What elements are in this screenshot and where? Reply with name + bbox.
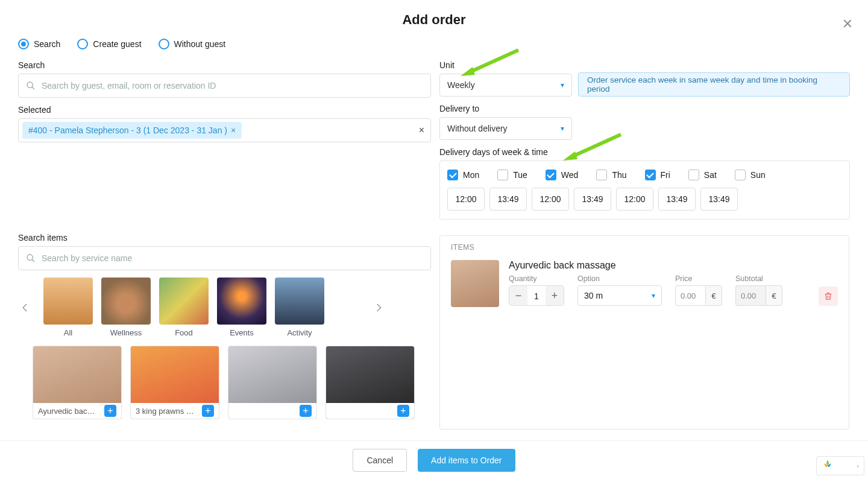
dow-label: Delivery days of week & time <box>439 147 850 157</box>
chip-remove-icon[interactable]: × <box>231 125 236 135</box>
category-thumb <box>217 278 266 325</box>
service-card[interactable]: 3 king prawns … + <box>130 346 219 419</box>
dow-day-label: Fri <box>661 170 670 180</box>
items-header: ITEMS <box>451 243 838 252</box>
qty-value: 1 <box>527 286 546 305</box>
line-item-title: Ayurvedic back massage <box>509 260 838 271</box>
guest-mode-radios: Search Create guest Without guest <box>18 39 850 49</box>
dow-mon[interactable]: Mon <box>447 170 479 180</box>
category-thumb <box>275 278 324 325</box>
dow-sun[interactable]: Sun <box>735 170 766 180</box>
option-label: Option <box>577 274 662 283</box>
add-service-icon[interactable]: + <box>104 405 116 417</box>
modal-title: Add order <box>18 12 850 28</box>
service-card[interactable]: + <box>326 346 415 419</box>
dow-day-label: Tue <box>513 170 527 180</box>
cancel-button[interactable]: Cancel <box>353 449 407 472</box>
time-slot[interactable]: 13:49 <box>574 188 611 211</box>
delivery-label: Delivery to <box>439 104 850 113</box>
add-service-icon[interactable]: + <box>300 405 312 417</box>
service-card[interactable]: + <box>228 346 317 419</box>
dow-wed[interactable]: Wed <box>546 170 579 180</box>
search-input[interactable] <box>19 81 430 90</box>
dow-days-row: Mon Tue Wed Thu Fri Sat Sun <box>447 170 842 180</box>
unit-select[interactable]: Weekly ▾ <box>439 74 572 97</box>
svg-point-2 <box>27 255 33 260</box>
add-service-icon[interactable]: + <box>397 405 409 417</box>
selected-label: Selected <box>18 105 431 115</box>
dow-sat[interactable]: Sat <box>688 170 717 180</box>
time-slot[interactable]: 12:00 <box>447 188 485 211</box>
carousel-next-icon[interactable] <box>371 296 386 320</box>
selected-chip: #400 - Pamela Stepherson - 3 (1 Dec 2023… <box>22 122 242 139</box>
close-icon[interactable] <box>841 18 854 30</box>
radio-icon <box>18 39 29 49</box>
radio-create-guest[interactable]: Create guest <box>77 39 141 49</box>
delivery-value: Without delivery <box>447 124 508 133</box>
add-items-button[interactable]: Add items to Order <box>418 449 515 472</box>
qty-minus-button[interactable]: − <box>509 286 527 305</box>
search-icon <box>26 81 36 90</box>
qty-plus-button[interactable]: + <box>546 286 564 305</box>
time-slot[interactable]: 12:00 <box>616 188 653 211</box>
line-item: Ayurvedic back massage Quantity − 1 + <box>451 260 838 307</box>
service-grid: Ayurvedic back … + 3 king prawns … + <box>33 346 431 419</box>
subtotal-field <box>735 285 766 306</box>
radio-search[interactable]: Search <box>18 39 60 49</box>
radio-icon <box>77 39 88 49</box>
line-item-thumb <box>451 260 499 307</box>
dow-day-label: Sat <box>704 170 717 180</box>
brand-logo-icon <box>822 458 834 474</box>
delivery-select[interactable]: Without delivery ▾ <box>439 117 572 140</box>
clear-all-icon[interactable]: × <box>419 125 424 136</box>
price-input-group[interactable]: € <box>675 285 722 306</box>
search-items-input-wrap[interactable] <box>18 246 431 270</box>
subtotal-label: Subtotal <box>735 274 782 283</box>
category-events[interactable]: Events <box>217 278 266 337</box>
items-panel: ITEMS Ayurvedic back massage Quantity − … <box>439 235 849 430</box>
option-select[interactable]: 30 m ▾ <box>577 285 662 306</box>
radio-label: Without guest <box>174 39 226 49</box>
dow-tue[interactable]: Tue <box>497 170 527 180</box>
dow-day-label: Wed <box>561 170 579 180</box>
dow-times-row: 12:00 13:49 12:00 13:49 12:00 13:49 13:4… <box>447 188 842 211</box>
brand-widget[interactable]: ‹ <box>816 456 864 475</box>
category-thumb <box>101 278 151 325</box>
time-slot[interactable]: 13:49 <box>489 188 527 211</box>
dow-thu[interactable]: Thu <box>596 170 626 180</box>
unit-value: Weekly <box>447 80 475 90</box>
search-items-input[interactable] <box>19 253 430 263</box>
checkbox-icon <box>645 170 656 180</box>
remove-item-button[interactable] <box>819 287 838 306</box>
search-input-wrap[interactable] <box>18 74 431 98</box>
chevron-down-icon: ▾ <box>652 291 655 300</box>
currency-label: € <box>705 285 722 306</box>
category-food[interactable]: Food <box>159 278 209 337</box>
category-label: Activity <box>275 328 324 337</box>
dow-fri[interactable]: Fri <box>645 170 670 180</box>
carousel-prev-icon[interactable] <box>18 296 33 320</box>
category-label: Events <box>217 328 266 337</box>
quantity-stepper[interactable]: − 1 + <box>509 285 564 306</box>
time-slot[interactable]: 13:49 <box>658 188 696 211</box>
dow-day-label: Thu <box>612 170 626 180</box>
service-card[interactable]: Ayurvedic back … + <box>33 346 122 419</box>
selected-box[interactable]: #400 - Pamela Stepherson - 3 (1 Dec 2023… <box>18 118 431 142</box>
option-value: 30 m <box>584 291 603 300</box>
dow-day-label: Mon <box>463 170 479 180</box>
qty-label: Quantity <box>509 274 564 283</box>
time-slot[interactable]: 12:00 <box>532 188 569 211</box>
category-activity[interactable]: Activity <box>275 278 324 337</box>
time-slot[interactable]: 13:49 <box>700 188 738 211</box>
price-field[interactable] <box>675 285 705 306</box>
add-service-icon[interactable]: + <box>202 405 214 417</box>
currency-label: € <box>766 285 782 306</box>
unit-label: Unit <box>439 60 572 70</box>
radio-without-guest[interactable]: Without guest <box>159 39 226 49</box>
modal-footer: Cancel Add items to Order <box>0 440 868 479</box>
category-all[interactable]: All <box>43 278 93 337</box>
checkbox-icon <box>546 170 556 180</box>
category-wellness[interactable]: Wellness <box>101 278 151 337</box>
search-icon <box>26 253 36 263</box>
chip-text: #400 - Pamela Stepherson - 3 (1 Dec 2023… <box>28 125 227 135</box>
